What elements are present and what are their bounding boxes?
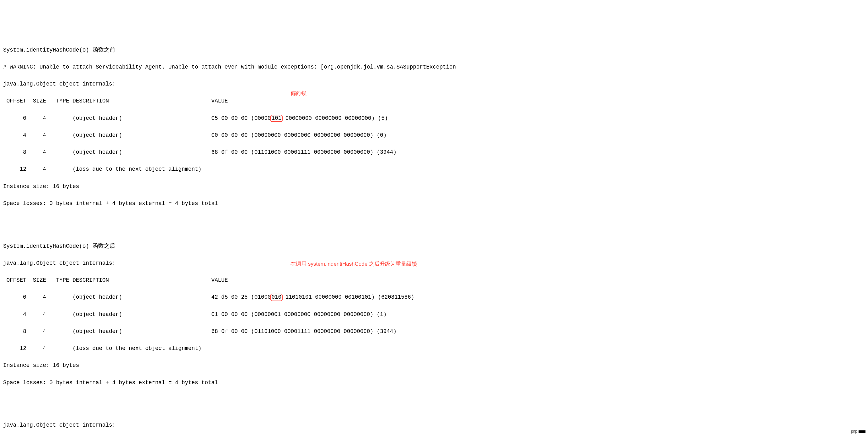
block1-title: System.identityHashCode(o) 函数之前 [3, 46, 865, 55]
annotation-heavy-lock: 在调用 system.indentiHashCode 之后升级为重量级锁 [290, 260, 417, 268]
annotation-biased-lock: 偏向锁 [290, 89, 307, 97]
spacer2 [3, 396, 865, 404]
block1-size: Instance size: 16 bytes [3, 182, 865, 191]
block2-row0-box: 010 [270, 294, 283, 301]
watermark-text: php [851, 429, 857, 435]
block1-header-text: OFFSET SIZE TYPE DESCRIPTION VALUE [3, 98, 228, 104]
block2-row0-left: 0 4 (object header) 42 d5 00 25 (01000 [3, 294, 271, 300]
block2-title: System.identityHashCode(o) 函数之后 [3, 242, 865, 250]
block1-warning: # WARNING: Unable to attach Serviceabili… [3, 63, 865, 71]
block1-row2: 8 4 (object header) 68 0f 00 00 (0110100… [3, 148, 865, 157]
block1-row0-box: 101 [270, 115, 283, 122]
block1-row3: 12 4 (loss due to the next object alignm… [3, 165, 865, 173]
block2-row1: 4 4 (object header) 01 00 00 00 (0000000… [3, 310, 865, 319]
block2-row0: 0 4 (object header) 42 d5 00 25 (0100001… [3, 293, 865, 302]
block2-size: Instance size: 16 bytes [3, 361, 865, 370]
block2-row3: 12 4 (loss due to the next object alignm… [3, 344, 865, 353]
block1-row1: 4 4 (object header) 00 00 00 00 (0000000… [3, 131, 865, 140]
block1-losses: Space losses: 0 bytes internal + 4 bytes… [3, 199, 865, 208]
watermark: php [851, 429, 866, 435]
block2-internals-text: java.lang.Object object internals: [3, 260, 116, 266]
block2-row2: 8 4 (object header) 68 0f 00 00 (0110100… [3, 327, 865, 336]
spacer1 [3, 216, 865, 225]
block2-row0-right: 11010101 00000000 00100101) (620811586) [282, 294, 414, 300]
block1-header: OFFSET SIZE TYPE DESCRIPTION VALUE偏向锁 [3, 97, 865, 105]
block1-internals: java.lang.Object object internals: [3, 80, 865, 88]
block1-row0-left: 0 4 (object header) 05 00 00 00 (00000 [3, 115, 271, 121]
block2-internals: java.lang.Object object internals:在调用 sy… [3, 259, 865, 268]
block1-row0-right: 00000000 00000000 00000000) (5) [282, 115, 388, 121]
block2-header: OFFSET SIZE TYPE DESCRIPTION VALUE [3, 276, 865, 284]
watermark-bar-icon [859, 430, 866, 433]
block1-row0: 0 4 (object header) 05 00 00 00 (0000010… [3, 114, 865, 123]
block3-internals: java.lang.Object object internals: [3, 421, 865, 430]
block2-losses: Space losses: 0 bytes internal + 4 bytes… [3, 378, 865, 387]
